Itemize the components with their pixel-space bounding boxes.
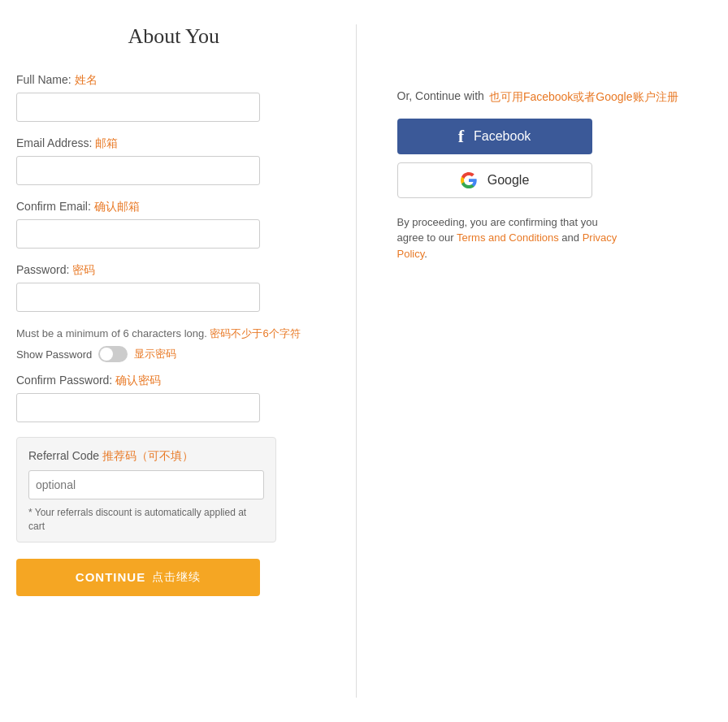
email-label: Email Address: 邮箱 <box>16 136 332 151</box>
right-panel: Or, Continue with 也可用Facebook或者Google账户注… <box>357 24 713 698</box>
terms-text: By proceeding, you are confirming that y… <box>397 214 625 262</box>
referral-label: Referral Code 推荐码（可不填） <box>28 449 264 464</box>
confirm-email-group: Confirm Email: 确认邮箱 <box>16 200 332 249</box>
or-continue-text: Or, Continue with <box>397 89 484 102</box>
facebook-icon: f <box>458 126 464 147</box>
confirm-email-label: Confirm Email: 确认邮箱 <box>16 200 332 214</box>
password-input[interactable] <box>16 283 260 312</box>
password-group: Password: 密码 <box>16 263 332 312</box>
referral-box: Referral Code 推荐码（可不填） * Your referrals … <box>16 437 276 543</box>
terms-link[interactable]: Terms and Conditions <box>457 231 559 244</box>
show-password-cn: 显示密码 <box>134 347 176 361</box>
email-group: Email Address: 邮箱 <box>16 136 332 185</box>
page-container: About You Full Name: 姓名 Email Address: 邮… <box>0 0 728 722</box>
password-hint: Must be a minimum of 6 characters long. … <box>16 326 332 341</box>
referral-input[interactable] <box>28 470 264 499</box>
or-continue-cn: 也可用Facebook或者Google账户注册 <box>489 89 678 106</box>
full-name-input[interactable] <box>16 93 260 122</box>
google-button[interactable]: Google <box>397 162 592 198</box>
or-continue-row: Or, Continue with 也可用Facebook或者Google账户注… <box>397 89 678 106</box>
left-panel: About You Full Name: 姓名 Email Address: 邮… <box>16 24 357 698</box>
full-name-group: Full Name: 姓名 <box>16 73 332 122</box>
confirm-password-input[interactable] <box>16 393 260 422</box>
password-label: Password: 密码 <box>16 263 332 278</box>
facebook-button[interactable]: f Facebook <box>397 119 592 154</box>
confirm-email-input[interactable] <box>16 219 260 249</box>
confirm-password-group: Confirm Password: 确认密码 <box>16 374 332 422</box>
show-password-label: Show Password <box>16 348 92 361</box>
google-icon <box>460 171 478 189</box>
page-title: About You <box>16 24 332 49</box>
full-name-label: Full Name: 姓名 <box>16 73 332 88</box>
email-input[interactable] <box>16 156 260 185</box>
show-password-toggle[interactable] <box>98 346 128 362</box>
confirm-password-label: Confirm Password: 确认密码 <box>16 374 332 388</box>
show-password-row: Show Password 显示密码 <box>16 346 332 362</box>
continue-button[interactable]: CONTINUE 点击继续 <box>16 559 260 596</box>
referral-note: * Your referrals discount is automatical… <box>28 506 264 534</box>
